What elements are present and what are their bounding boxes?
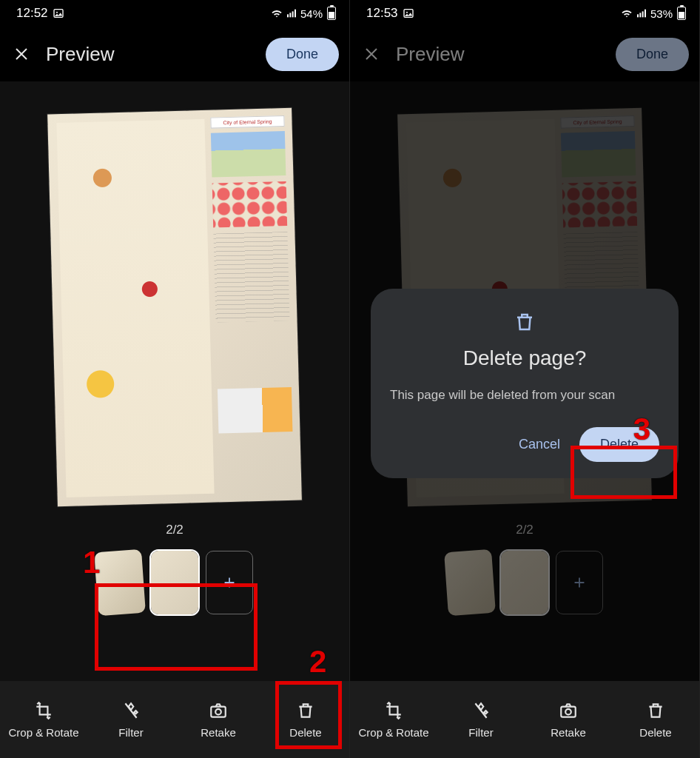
dialog-title: Delete page? [390, 346, 659, 370]
svg-rect-2 [287, 14, 289, 17]
dialog-delete-button[interactable]: Delete [579, 427, 659, 462]
crop-rotate-label: Crop & Rotate [358, 726, 428, 739]
delete-label: Delete [639, 726, 671, 739]
status-battery-pct: 54% [300, 7, 323, 20]
phone-right: 12:53 53% Preview Done City of Eterna [350, 0, 700, 758]
filter-button[interactable]: Filter [437, 681, 525, 758]
delete-button[interactable]: Delete [612, 681, 699, 758]
delete-button[interactable]: Delete [262, 681, 349, 758]
page-indicator: 2/2 [166, 523, 184, 537]
done-button[interactable]: Done [266, 38, 339, 71]
crop-rotate-button[interactable]: Crop & Rotate [0, 681, 87, 758]
svg-rect-12 [642, 11, 644, 17]
page-title: Preview [396, 43, 602, 66]
svg-point-7 [215, 708, 221, 714]
svg-rect-3 [289, 13, 291, 17]
svg-rect-14 [561, 706, 576, 717]
svg-rect-13 [645, 10, 646, 18]
svg-rect-6 [211, 706, 226, 717]
bottom-toolbar: Crop & Rotate Filter Retake Delete [350, 681, 699, 758]
image-icon [403, 7, 414, 19]
status-bar: 12:53 53% [350, 0, 699, 27]
scanned-page-preview[interactable]: City of Eternal Spring [47, 108, 302, 506]
retake-label: Retake [551, 726, 586, 739]
filter-button[interactable]: Filter [87, 681, 175, 758]
close-icon[interactable] [10, 43, 33, 65]
status-time: 12:53 [366, 6, 398, 21]
app-header: Preview Done [350, 27, 699, 81]
dialog-cancel-button[interactable]: Cancel [519, 437, 560, 452]
wifi-icon [621, 7, 633, 19]
svg-rect-5 [295, 10, 296, 18]
phone-left: 12:52 54% Preview Done City of Eterna [0, 0, 350, 758]
svg-point-9 [406, 12, 408, 13]
app-header: Preview Done [0, 27, 349, 81]
delete-page-dialog: Delete page? This page will be deleted f… [371, 289, 679, 478]
signal-icon [636, 7, 647, 19]
status-battery-pct: 53% [650, 7, 673, 20]
page-title: Preview [46, 43, 252, 66]
add-page-button[interactable] [206, 551, 253, 614]
crop-rotate-label: Crop & Rotate [8, 726, 78, 739]
thumb-page-2[interactable] [151, 551, 198, 614]
trash-icon [390, 311, 659, 336]
bottom-toolbar: Crop & Rotate Filter Retake Delete [0, 681, 349, 758]
svg-point-1 [56, 12, 58, 13]
signal-icon [286, 7, 297, 19]
battery-icon [327, 7, 336, 20]
thumb-page-1[interactable] [94, 549, 146, 616]
wifi-icon [271, 7, 283, 19]
retake-label: Retake [201, 726, 236, 739]
filter-label: Filter [118, 726, 143, 739]
close-icon[interactable] [360, 43, 383, 65]
scan-card-title: City of Eternal Spring [210, 115, 284, 129]
svg-rect-10 [637, 14, 639, 17]
svg-point-15 [565, 708, 571, 714]
svg-rect-4 [292, 11, 294, 17]
done-button[interactable]: Done [616, 38, 689, 71]
filter-label: Filter [468, 726, 493, 739]
preview-area: City of Eternal Spring 2/2 [0, 81, 349, 681]
page-thumbnails [96, 551, 253, 614]
crop-rotate-button[interactable]: Crop & Rotate [350, 681, 437, 758]
status-time: 12:52 [16, 6, 48, 21]
status-bar: 12:52 54% [0, 0, 349, 27]
image-icon [53, 7, 64, 19]
retake-button[interactable]: Retake [525, 681, 612, 758]
dialog-body: This page will be deleted from your scan [390, 386, 659, 405]
delete-label: Delete [289, 726, 321, 739]
battery-icon [677, 7, 686, 20]
svg-rect-11 [639, 13, 641, 17]
retake-button[interactable]: Retake [175, 681, 262, 758]
